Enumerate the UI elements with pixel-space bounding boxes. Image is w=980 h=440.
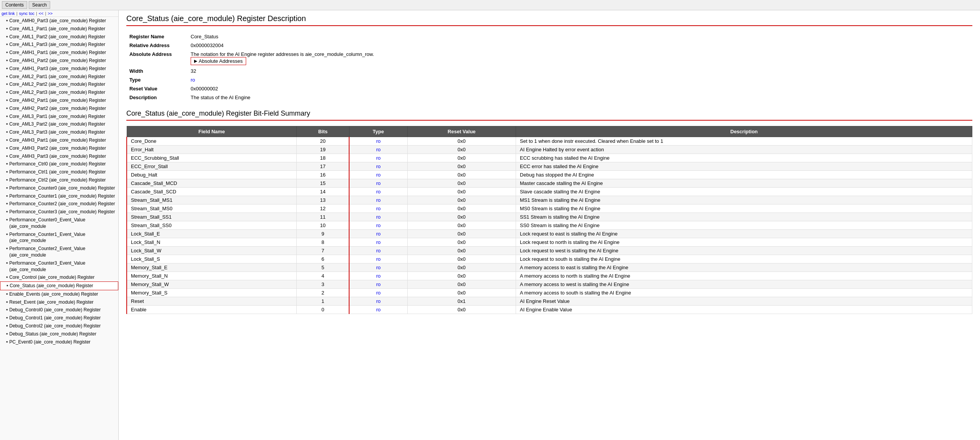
sidebar-item[interactable]: Core_Status (aie_core_module) Register bbox=[0, 281, 118, 290]
sidebar-item[interactable]: Core_AMH1_Part1 (aie_core_module) Regist… bbox=[0, 49, 118, 57]
sidebar-item[interactable]: Core_Control (aie_core_module) Register bbox=[0, 273, 118, 281]
type-link[interactable]: ro bbox=[376, 256, 381, 262]
sidebar-item[interactable]: Enable_Events (aie_core_module) Register bbox=[0, 290, 118, 298]
sidebar-item[interactable]: Performance_Counter3 (aie_core_module) R… bbox=[0, 208, 118, 216]
type-link[interactable]: ro bbox=[376, 197, 381, 203]
type-link[interactable]: ro bbox=[376, 248, 381, 254]
type-link[interactable]: ro bbox=[376, 290, 381, 296]
sync-toc[interactable]: sync toc bbox=[19, 11, 34, 16]
type-link[interactable]: ro bbox=[376, 147, 381, 152]
contents-button[interactable]: Contents bbox=[2, 1, 27, 9]
sidebar-item[interactable]: Core_AMH2_Part1 (aie_core_module) Regist… bbox=[0, 97, 118, 105]
nav-next[interactable]: >> bbox=[48, 11, 53, 16]
sidebar-item[interactable]: Core_AML3_Part2 (aie_core_module) Regist… bbox=[0, 120, 118, 128]
sidebar-item[interactable]: Performance_Counter3_Event_Value (aie_co… bbox=[0, 259, 118, 274]
field-reset: 0x0 bbox=[407, 221, 516, 230]
table-row: Lock_Stall_E9ro0x0Lock request to east i… bbox=[127, 230, 972, 238]
sidebar-item[interactable]: Core_AML3_Part3 (aie_core_module) Regist… bbox=[0, 128, 118, 136]
type-link[interactable]: ro bbox=[376, 180, 381, 186]
field-name: Memory_Stall_W bbox=[127, 280, 297, 289]
absolute-addresses-button[interactable]: ▶ Absolute Addresses bbox=[191, 57, 246, 65]
sidebar-item[interactable]: Core_AMH3_Part3 (aie_core_module) Regist… bbox=[0, 152, 118, 160]
width-value: 32 bbox=[188, 67, 972, 75]
field-reset: 0x0 bbox=[407, 171, 516, 179]
sidebar-item[interactable]: Core_AML2_Part3 (aie_core_module) Regist… bbox=[0, 88, 118, 97]
type-link[interactable]: ro bbox=[376, 239, 381, 245]
field-type: ro bbox=[349, 289, 407, 297]
table-header: Type bbox=[349, 126, 407, 137]
type-link[interactable]: ro bbox=[376, 231, 381, 237]
field-reset: 0x0 bbox=[407, 204, 516, 213]
field-reset: 0x0 bbox=[407, 146, 516, 154]
sidebar-item[interactable]: Performance_Ctrl2 (aie_core_module) Regi… bbox=[0, 176, 118, 184]
sidebar-item[interactable]: Performance_Ctrl1 (aie_core_module) Regi… bbox=[0, 168, 118, 176]
sidebar-item[interactable]: Performance_Counter0 (aie_core_module) R… bbox=[0, 184, 118, 192]
sidebar-item[interactable]: PC_Event0 (aie_core_module) Register bbox=[0, 338, 118, 346]
sidebar-item[interactable]: Performance_Counter2_Event_Value (aie_co… bbox=[0, 245, 118, 259]
type-link[interactable]: ro bbox=[376, 164, 381, 169]
sidebar-item[interactable]: Core_AML2_Part1 (aie_core_module) Regist… bbox=[0, 73, 118, 81]
sidebar-item[interactable]: Core_AMH1_Part2 (aie_core_module) Regist… bbox=[0, 57, 118, 65]
field-reset: 0x0 bbox=[407, 179, 516, 188]
field-desc: Slave cascade stalling the AI Engine bbox=[516, 188, 972, 196]
type-link[interactable]: ro bbox=[191, 77, 195, 83]
sidebar-item[interactable]: Core_AML1_Part2 (aie_core_module) Regist… bbox=[0, 33, 118, 41]
sidebar-item[interactable]: Debug_Control0 (aie_core_module) Registe… bbox=[0, 306, 118, 314]
type-value: ro bbox=[188, 75, 972, 84]
type-link[interactable]: ro bbox=[376, 222, 381, 228]
sidebar-item[interactable]: Core_AML2_Part2 (aie_core_module) Regist… bbox=[0, 80, 118, 88]
bit-field-table: Field NameBitsTypeReset ValueDescription… bbox=[126, 126, 972, 314]
type-link[interactable]: ro bbox=[376, 307, 381, 312]
sidebar-item[interactable]: Core_AMH3_Part1 (aie_core_module) Regist… bbox=[0, 136, 118, 144]
field-desc: Lock request to east is stalling the AI … bbox=[516, 230, 972, 238]
field-name: Memory_Stall_N bbox=[127, 272, 297, 280]
type-link[interactable]: ro bbox=[376, 138, 381, 144]
type-link[interactable]: ro bbox=[376, 172, 381, 178]
nav-prev[interactable]: << bbox=[39, 11, 44, 16]
field-type: ro bbox=[349, 137, 407, 146]
table-row: Lock_Stall_W7ro0x0Lock request to west i… bbox=[127, 247, 972, 255]
sidebar-item[interactable]: Reset_Event (aie_core_module) Register bbox=[0, 298, 118, 306]
top-toolbar: Contents Search bbox=[0, 0, 980, 10]
sidebar-item[interactable]: Core_AML3_Part1 (aie_core_module) Regist… bbox=[0, 113, 118, 121]
get-link[interactable]: get link bbox=[2, 11, 15, 16]
content-area: Core_Status (aie_core_module) Register D… bbox=[119, 10, 980, 440]
sidebar-item[interactable]: Debug_Status (aie_core_module) Register bbox=[0, 330, 118, 338]
sidebar-item[interactable]: Core_AML1_Part1 (aie_core_module) Regist… bbox=[0, 25, 118, 33]
type-link[interactable]: ro bbox=[376, 155, 381, 161]
sidebar-item[interactable]: Core_AMH0_Part3 (aie_core_module) Regist… bbox=[0, 17, 118, 25]
search-button[interactable]: Search bbox=[29, 1, 50, 9]
type-link[interactable]: ro bbox=[376, 281, 381, 287]
sidebar-item[interactable]: Core_AMH1_Part3 (aie_core_module) Regist… bbox=[0, 65, 118, 73]
table-row: Stream_Stall_MS113ro0x0MS1 Stream is sta… bbox=[127, 196, 972, 204]
field-bits: 2 bbox=[297, 289, 349, 297]
type-link[interactable]: ro bbox=[376, 273, 381, 279]
table-row: Error_Halt19ro0x0AI Engine Halted by err… bbox=[127, 146, 972, 154]
table-row: Memory_Stall_E5ro0x0A memory access to e… bbox=[127, 263, 972, 272]
sidebar-item[interactable]: Performance_Counter0_Event_Value (aie_co… bbox=[0, 216, 118, 231]
type-label: Type bbox=[126, 75, 188, 84]
field-bits: 3 bbox=[297, 280, 349, 289]
type-link[interactable]: ro bbox=[376, 206, 381, 211]
table-row: ECC_Error_Stall17ro0x0ECC error has stal… bbox=[127, 162, 972, 171]
field-desc: MS1 Stream is stalling the AI Engine bbox=[516, 196, 972, 204]
sidebar-item[interactable]: Core_AMH3_Part2 (aie_core_module) Regist… bbox=[0, 144, 118, 152]
field-desc: A memory access to north is stalling the… bbox=[516, 272, 972, 280]
sidebar-item[interactable]: Core_AMH2_Part2 (aie_core_module) Regist… bbox=[0, 105, 118, 113]
sidebar-item[interactable]: Performance_Counter2 (aie_core_module) R… bbox=[0, 200, 118, 208]
table-row: Memory_Stall_W3ro0x0A memory access to w… bbox=[127, 280, 972, 289]
sidebar-item[interactable]: Core_AML1_Part3 (aie_core_module) Regist… bbox=[0, 41, 118, 49]
type-link[interactable]: ro bbox=[376, 298, 381, 304]
sidebar-item[interactable]: Performance_Counter1 (aie_core_module) R… bbox=[0, 192, 118, 200]
field-desc: ECC error has stalled the AI Engine bbox=[516, 162, 972, 171]
field-desc: Master cascade stalling the AI Engine bbox=[516, 179, 972, 188]
sidebar-item[interactable]: Performance_Counter1_Event_Value (aie_co… bbox=[0, 231, 118, 245]
table-row: ECC_Scrubbing_Stall18ro0x0ECC scrubbing … bbox=[127, 154, 972, 162]
field-reset: 0x0 bbox=[407, 272, 516, 280]
type-link[interactable]: ro bbox=[376, 189, 381, 195]
sidebar-item[interactable]: Debug_Control2 (aie_core_module) Registe… bbox=[0, 322, 118, 330]
type-link[interactable]: ro bbox=[376, 214, 381, 220]
sidebar-item[interactable]: Performance_Ctrl0 (aie_core_module) Regi… bbox=[0, 160, 118, 168]
type-link[interactable]: ro bbox=[376, 265, 381, 270]
sidebar-item[interactable]: Debug_Control1 (aie_core_module) Registe… bbox=[0, 314, 118, 322]
